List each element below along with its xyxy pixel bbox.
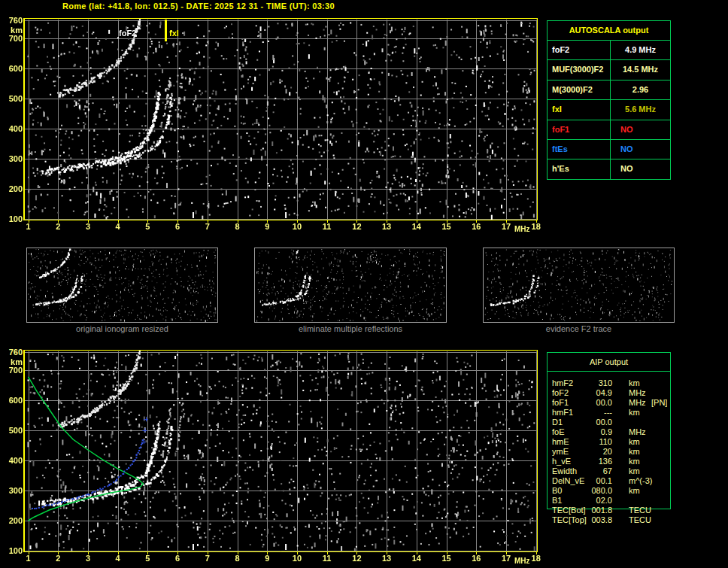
- x-tick-label: 6: [169, 554, 186, 563]
- aip-row: foF100.0MHz[PN]: [548, 398, 672, 408]
- x-axis-unit: MHz: [514, 557, 530, 565]
- x-tick-label: 10: [289, 554, 305, 563]
- autoscala-row-label: foF1: [548, 120, 611, 139]
- aip-output-rows: hmF2310kmfoF204.9MHzfoF100.0MHz[PN]hmF1-…: [548, 378, 672, 525]
- aip-u: MHz: [629, 388, 646, 398]
- x-tick-label: 7: [199, 554, 216, 563]
- y-tick-label: 760: [0, 348, 23, 357]
- x-tick-label: 1: [20, 554, 37, 563]
- y-tick-label: 400: [0, 456, 23, 465]
- aip-v: 110: [570, 437, 612, 447]
- aip-u: m^(-3): [629, 476, 652, 486]
- aip-row: D100.0: [548, 418, 672, 427]
- x-tick-label: 7: [199, 222, 216, 231]
- autoscala-row-label: h'Es: [548, 159, 611, 179]
- x-tick-label: 16: [468, 222, 484, 231]
- aip-v: 136: [570, 457, 612, 466]
- autoscala-row: M(3000)F22.96: [548, 80, 670, 100]
- aip-p: ymE: [552, 447, 569, 457]
- aip-row: ymE20km: [548, 447, 672, 457]
- aip-row: foE0.9MHz: [548, 427, 672, 437]
- aip-row: B102.0: [548, 496, 672, 506]
- aip-p: hmE: [552, 437, 569, 447]
- aip-u: km: [629, 457, 640, 466]
- y-tick-label: 200: [0, 516, 23, 525]
- aip-row: DelN_vE00.1m^(-3): [548, 476, 672, 486]
- x-tick-label: 2: [50, 554, 66, 563]
- autoscala-output-panel: AUTOSCALA output foF24.9 MHzMUF(3000)F21…: [547, 20, 671, 180]
- autoscala-row: MUF(3000)F214.5 MHz: [548, 60, 670, 80]
- y-tick-label: 760: [0, 16, 23, 25]
- thumbnail-original-canvas: [27, 248, 217, 322]
- x-tick-label: 8: [229, 222, 246, 231]
- x-tick-label: 15: [438, 554, 455, 563]
- y-tick-label: 700: [0, 366, 23, 375]
- aip-output-panel: AIP output hmF2310kmfoF204.9MHzfoF100.0M…: [547, 352, 671, 509]
- y-axis-unit: km: [0, 26, 23, 35]
- y-tick-label: 600: [0, 396, 23, 405]
- autoscala-row: fxI5.6 MHz: [548, 100, 670, 120]
- profile-ionogram-canvas: [25, 351, 537, 551]
- autoscala-row: ftEsNO: [548, 140, 670, 159]
- y-tick-label: 500: [0, 426, 23, 435]
- thumbnail-caption-evidence: evidence F2 trace: [483, 324, 675, 333]
- autoscala-row: foF24.9 MHz: [548, 41, 670, 60]
- aip-p: B0: [552, 486, 562, 496]
- aip-u: km: [629, 408, 640, 418]
- aip-u: km: [629, 447, 640, 457]
- y-tick-label: 600: [0, 64, 23, 73]
- autoscala-row-value: 4.9 MHz: [611, 41, 670, 59]
- thumbnail-f2-evidence-canvas: [484, 248, 674, 322]
- aip-row: TEC[Top]003.8TECU: [548, 515, 672, 525]
- x-tick-label: 13: [378, 222, 395, 231]
- y-tick-label: 700: [0, 34, 23, 43]
- x-tick-label: 17: [498, 222, 514, 231]
- x-tick-label: 5: [139, 554, 156, 563]
- x-tick-label: 2: [50, 222, 66, 231]
- aip-row: h_vE136km: [548, 457, 672, 466]
- thumbnail-eliminate-multiples-canvas: [255, 248, 446, 322]
- x-tick-label: 12: [348, 222, 365, 231]
- autoscala-row: h'EsNO: [548, 159, 670, 179]
- aip-u: TECU: [629, 506, 651, 515]
- aip-p: h_vE: [552, 457, 571, 466]
- autoscala-row-value: 14.5 MHz: [611, 60, 670, 79]
- x-tick-label: 6: [169, 222, 186, 231]
- fxI-marker-line: [165, 20, 167, 41]
- y-axis-unit: km: [0, 357, 23, 366]
- aip-v: 0.9: [570, 427, 612, 437]
- x-tick-label: 5: [139, 222, 156, 231]
- aip-row: Ewidth67km: [548, 466, 672, 476]
- autoscala-row-label: ftEs: [548, 140, 611, 159]
- autoscala-row-value: NO: [611, 140, 670, 159]
- aip-v: 67: [570, 466, 612, 476]
- x-tick-label: 18: [528, 222, 544, 231]
- aip-p: foE: [552, 427, 565, 437]
- x-tick-label: 16: [468, 554, 484, 563]
- aip-p: D1: [552, 418, 563, 427]
- aip-p: foF2: [552, 388, 569, 398]
- y-tick-label: 200: [0, 184, 23, 193]
- main-ionogram-plot: foF2 fxI: [23, 18, 538, 220]
- x-tick-label: 3: [80, 554, 96, 563]
- aip-v: 001.8: [570, 506, 612, 515]
- x-tick-label: 9: [259, 554, 275, 563]
- aip-u: km: [629, 437, 640, 447]
- thumbnail-caption-eliminate: eliminate multiple reflections: [254, 324, 447, 333]
- aip-v: 04.9: [570, 388, 612, 398]
- aip-x: [PN]: [651, 398, 667, 408]
- aip-v: 003.8: [570, 515, 612, 525]
- x-tick-label: 4: [110, 554, 126, 563]
- x-tick-label: 8: [229, 554, 246, 563]
- thumbnail-original-ionogram: [26, 248, 218, 323]
- aip-v: 20: [570, 447, 612, 457]
- aip-p: foF1: [552, 398, 569, 408]
- aip-u: MHz: [629, 427, 646, 437]
- aip-row: hmF2310km: [548, 378, 672, 388]
- y-tick-label: 300: [0, 154, 23, 163]
- aip-row: foF204.9MHz: [548, 388, 672, 398]
- aip-v: 00.1: [570, 476, 612, 486]
- x-tick-label: 14: [408, 222, 425, 231]
- aip-u: km: [629, 378, 640, 388]
- aip-u: MHz: [629, 398, 646, 408]
